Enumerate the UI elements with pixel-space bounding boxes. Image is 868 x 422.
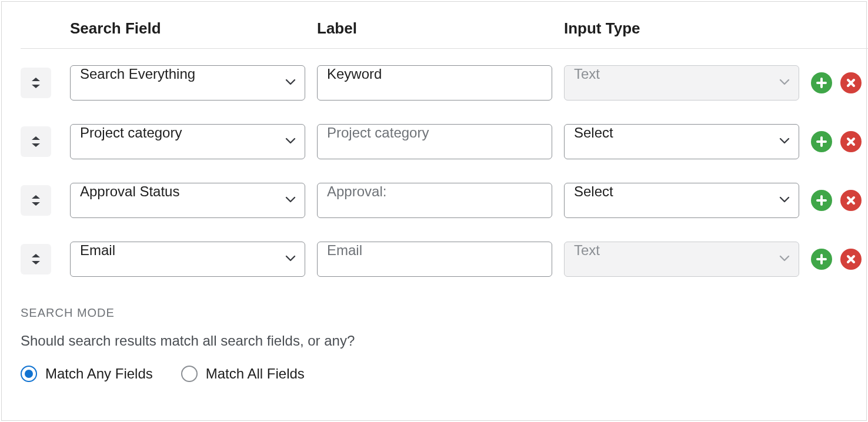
sort-icon: [31, 135, 41, 148]
close-icon: [845, 136, 857, 148]
label-input[interactable]: Email: [317, 242, 552, 277]
search-field-select-wrap: Approval Status: [70, 183, 305, 218]
plus-icon: [816, 253, 827, 265]
input-type-value: Text: [574, 242, 600, 258]
drag-handle[interactable]: [21, 185, 51, 216]
close-icon: [845, 77, 857, 89]
remove-row-button[interactable]: [840, 131, 862, 152]
sort-icon: [31, 253, 41, 266]
search-field-value: Email: [80, 242, 115, 258]
add-row-button[interactable]: [811, 72, 832, 93]
close-icon: [845, 195, 857, 206]
input-type-select-wrap: Select: [564, 183, 799, 218]
row-actions: [811, 190, 868, 211]
label-input[interactable]: Project category: [317, 124, 552, 159]
search-field-value: Search Everything: [80, 66, 195, 82]
search-fields-panel: Search Field Label Input Type Search Eve…: [1, 1, 867, 421]
label-input-text: Project category: [327, 125, 429, 140]
search-field-select[interactable]: Project category: [70, 124, 305, 159]
header-divider: [21, 48, 868, 49]
label-input[interactable]: Approval:: [317, 183, 552, 218]
radio-label-any: Match Any Fields: [45, 366, 153, 382]
search-mode-section: SEARCH MODE Should search results match …: [21, 300, 847, 382]
header-search-field: Search Field: [70, 19, 305, 48]
close-icon: [845, 253, 857, 265]
radio-indicator-all: [181, 366, 198, 382]
add-row-button[interactable]: [811, 131, 832, 152]
label-input-text: Email: [327, 242, 362, 258]
row-actions: [811, 72, 868, 93]
sort-icon: [31, 76, 41, 89]
remove-row-button[interactable]: [840, 249, 862, 270]
input-type-select-wrap: Text: [564, 65, 799, 101]
input-type-value: Select: [574, 125, 613, 140]
input-type-value: Text: [574, 66, 600, 82]
radio-match-all[interactable]: Match All Fields: [181, 366, 305, 382]
add-row-button[interactable]: [811, 249, 832, 270]
search-field-select-wrap: Search Everything: [70, 65, 305, 101]
search-field-value: Project category: [80, 125, 182, 140]
search-fields-table: Search Field Label Input Type Search Eve…: [21, 19, 847, 300]
input-type-select-wrap: Text: [564, 242, 799, 277]
plus-icon: [816, 77, 827, 89]
drag-handle[interactable]: [21, 68, 51, 98]
search-field-select-wrap: Email: [70, 242, 305, 277]
header-input-type: Input Type: [564, 19, 799, 48]
search-field-value: Approval Status: [80, 183, 179, 199]
search-field-select-wrap: Project category: [70, 124, 305, 159]
plus-icon: [816, 195, 827, 206]
remove-row-button[interactable]: [840, 72, 862, 93]
add-row-button[interactable]: [811, 190, 832, 211]
input-type-select: Text: [564, 65, 799, 101]
row-actions: [811, 131, 868, 152]
label-input-wrap: Approval:: [317, 183, 552, 218]
input-type-select-wrap: Select: [564, 124, 799, 159]
radio-match-any[interactable]: Match Any Fields: [21, 366, 153, 382]
label-input-text: Keyword: [327, 66, 382, 82]
label-input-wrap: Project category: [317, 124, 552, 159]
search-mode-description: Should search results match all search f…: [21, 333, 847, 349]
search-mode-title: SEARCH MODE: [21, 306, 847, 320]
label-input-text: Approval:: [327, 183, 386, 199]
drag-handle[interactable]: [21, 126, 51, 157]
label-input[interactable]: Keyword: [317, 65, 552, 101]
input-type-select: Text: [564, 242, 799, 277]
plus-icon: [816, 136, 827, 148]
search-field-select[interactable]: Approval Status: [70, 183, 305, 218]
sort-icon: [31, 194, 41, 207]
label-input-wrap: Email: [317, 242, 552, 277]
search-field-select[interactable]: Search Everything: [70, 65, 305, 101]
remove-row-button[interactable]: [840, 190, 862, 211]
input-type-select[interactable]: Select: [564, 124, 799, 159]
input-type-value: Select: [574, 183, 613, 199]
radio-indicator-any: [21, 366, 37, 382]
label-input-wrap: Keyword: [317, 65, 552, 101]
row-actions: [811, 249, 868, 270]
search-field-select[interactable]: Email: [70, 242, 305, 277]
search-mode-radio-group: Match Any Fields Match All Fields: [21, 366, 847, 382]
header-label: Label: [317, 19, 552, 48]
input-type-select[interactable]: Select: [564, 183, 799, 218]
drag-handle[interactable]: [21, 244, 51, 274]
radio-label-all: Match All Fields: [206, 366, 305, 382]
